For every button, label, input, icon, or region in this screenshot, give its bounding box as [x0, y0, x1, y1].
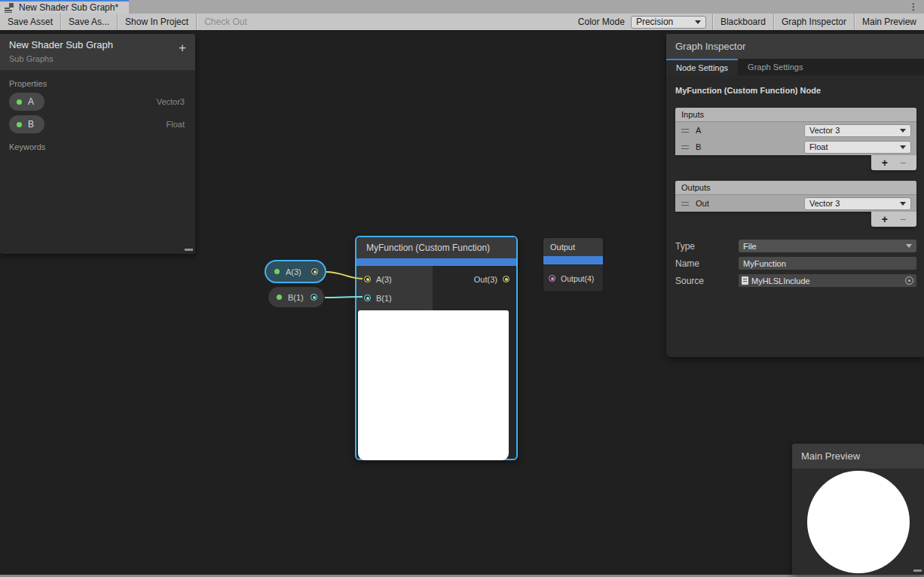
color-mode-value: Precision: [636, 17, 673, 27]
node-title[interactable]: MyFunction (Custom Function): [356, 237, 516, 258]
property-node-label: A(3): [286, 267, 301, 276]
output-slot-out: Out(3): [430, 270, 516, 288]
add-output-button[interactable]: +: [882, 214, 888, 224]
name-label: Name: [675, 258, 739, 269]
output-type-dropdown[interactable]: Vector 3: [804, 197, 911, 210]
remove-input-button[interactable]: −: [900, 157, 906, 168]
input-slot-a: A(3): [356, 270, 433, 288]
property-node-a[interactable]: A(3): [265, 260, 326, 283]
input-type-dropdown[interactable]: Vector 3: [804, 124, 911, 137]
outputs-list-header: Outputs: [675, 181, 916, 195]
input-type-dropdown[interactable]: Float: [804, 141, 911, 154]
property-color-dot: [17, 99, 22, 105]
graph-inspector-title: Graph Inspector: [675, 41, 745, 52]
inspector-content: MyFunction (Custom Function) Node Inputs…: [666, 75, 924, 289]
show-in-project-button[interactable]: Show In Project: [118, 14, 196, 30]
inputs-row-b[interactable]: B Float: [675, 139, 916, 155]
blackboard-resize-handle[interactable]: [185, 249, 193, 251]
main-preview-toggle-button[interactable]: Main Preview: [855, 14, 924, 30]
property-type: Vector3: [157, 97, 185, 106]
port-property-a-output[interactable]: [311, 268, 318, 275]
remove-output-button[interactable]: −: [900, 214, 906, 224]
type-field-row: Type File: [675, 237, 916, 255]
node-title[interactable]: Output: [543, 238, 603, 256]
tab-graph-settings[interactable]: Graph Settings: [738, 59, 812, 75]
port-input-a[interactable]: [364, 276, 371, 282]
graph-inspector-panel: Graph Inspector Node Settings Graph Sett…: [666, 34, 924, 357]
blackboard-property-b[interactable]: B: [9, 115, 44, 133]
property-node-label: B(1): [288, 293, 304, 302]
port-output-input[interactable]: [549, 275, 555, 282]
type-label: Type: [675, 241, 739, 252]
node-slot-area: A(3) B(1) Out(3): [356, 266, 516, 310]
node-preview: [358, 310, 509, 460]
outputs-row-out[interactable]: Out Vector 3: [675, 195, 916, 212]
properties-section-label: Properties: [0, 79, 195, 88]
node-myfunction[interactable]: MyFunction (Custom Function) A(3) B(1) O…: [355, 236, 518, 460]
property-name: A: [28, 96, 34, 107]
color-mode-dropdown[interactable]: Precision: [631, 16, 706, 29]
graph-inspector-toggle-button[interactable]: Graph Inspector: [774, 14, 854, 30]
shader-sub-graph-icon: [5, 3, 14, 13]
main-preview-resize-handle[interactable]: [913, 569, 922, 572]
node-accent-bar: [543, 256, 603, 264]
blackboard-header[interactable]: New Shader Sub Graph Sub Graphs +: [0, 34, 195, 70]
slot-label: Output(4): [561, 274, 594, 283]
type-dropdown[interactable]: File: [739, 240, 916, 252]
kebab-menu-icon[interactable]: ⋮: [909, 2, 924, 11]
output-node-slot: Output(4): [543, 264, 603, 292]
add-property-button[interactable]: +: [179, 41, 186, 54]
blackboard-toggle-button[interactable]: Blackboard: [713, 14, 773, 30]
inspected-node-title: MyFunction (Custom Function) Node: [675, 86, 916, 95]
source-object-field[interactable]: MyHLSLInclude: [739, 274, 916, 287]
name-input[interactable]: MyFunction: [739, 257, 916, 270]
input-slot-b: B(1): [356, 288, 433, 307]
drag-handle-icon[interactable]: [681, 145, 689, 149]
document-icon: [742, 276, 748, 285]
chevron-down-icon: [900, 145, 906, 149]
main-preview-panel: Main Preview: [792, 444, 924, 575]
blackboard-panel: New Shader Sub Graph Sub Graphs + Proper…: [0, 34, 195, 254]
graph-canvas[interactable]: A(3) B(1) MyFunction (Custom Function) A…: [0, 31, 924, 575]
graph-inspector-header[interactable]: Graph Inspector: [666, 34, 924, 59]
inputs-list-header: Inputs: [675, 108, 916, 122]
port-input-b[interactable]: [364, 295, 371, 301]
save-as-button[interactable]: Save As...: [61, 14, 117, 30]
input-name: A: [696, 126, 701, 135]
unity-shader-graph-window: New Shader Sub Graph* ⋮ Save Asset Save …: [0, 0, 924, 577]
output-name: Out: [696, 199, 709, 208]
property-color-dot: [277, 295, 282, 300]
chevron-down-icon: [906, 244, 912, 248]
chevron-down-icon: [900, 202, 906, 206]
slot-label: B(1): [376, 294, 392, 303]
port-output-out[interactable]: [503, 276, 509, 282]
object-picker-icon[interactable]: [905, 276, 913, 285]
outputs-list: Outputs Out Vector 3 + −: [675, 181, 916, 227]
outputs-list-footer: + −: [871, 212, 916, 227]
inputs-list-footer: + −: [871, 155, 916, 170]
add-input-button[interactable]: +: [882, 157, 888, 168]
property-name: B: [28, 119, 34, 130]
property-node-b[interactable]: B(1): [268, 287, 324, 307]
inputs-row-a[interactable]: A Vector 3: [675, 122, 916, 139]
node-accent-bar: [356, 258, 516, 266]
save-asset-button[interactable]: Save Asset: [0, 14, 60, 30]
output-slots: Out(3): [430, 266, 516, 310]
drag-handle-icon[interactable]: [681, 129, 689, 133]
inspector-tab-bar: Node Settings Graph Settings: [666, 59, 924, 75]
property-type: Float: [167, 120, 185, 129]
tab-node-settings[interactable]: Node Settings: [666, 59, 738, 75]
node-output[interactable]: Output Output(4): [543, 237, 604, 292]
shader-graph-toolbar: Save Asset Save As... Show In Project Ch…: [0, 14, 924, 31]
input-type-value: Float: [809, 142, 828, 151]
slot-label: Out(3): [474, 275, 497, 284]
drag-handle-icon[interactable]: [681, 202, 689, 206]
output-type-value: Vector 3: [809, 199, 840, 208]
blackboard-property-a[interactable]: A: [9, 93, 44, 111]
blackboard-title: New Shader Sub Graph: [9, 39, 186, 50]
main-preview-header[interactable]: Main Preview: [792, 444, 924, 469]
main-preview-body[interactable]: [792, 469, 924, 575]
tab-new-shader-sub-graph[interactable]: New Shader Sub Graph*: [0, 0, 129, 14]
property-color-dot: [17, 122, 22, 127]
port-property-b-output[interactable]: [311, 294, 317, 301]
